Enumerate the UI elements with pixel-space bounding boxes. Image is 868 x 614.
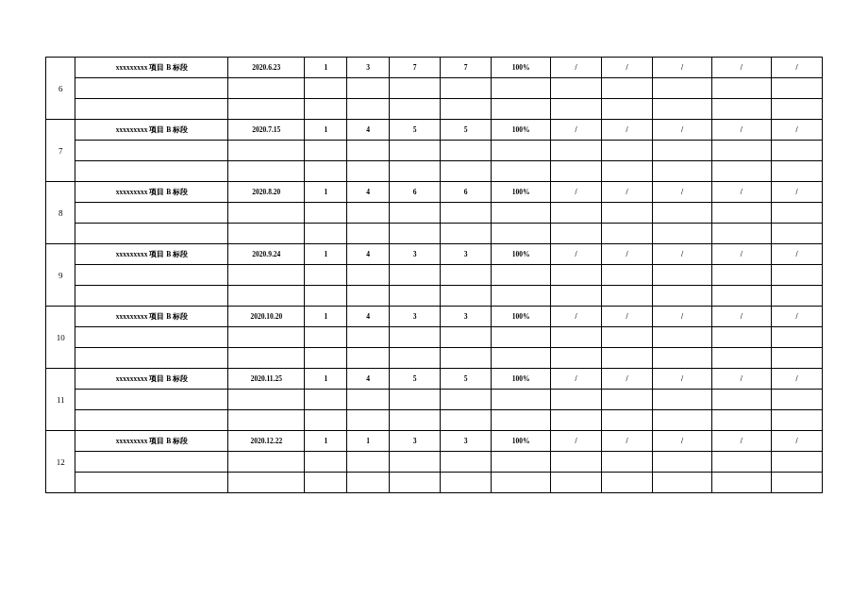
num-cell: 3 [441,244,492,265]
num-cell: 1 [305,120,347,141]
empty-cell [652,473,711,493]
empty-cell [492,161,551,182]
empty-cell [347,203,390,224]
empty-cell [228,348,305,369]
slash-cell: / [771,369,822,390]
empty-cell [551,348,602,369]
table-subrow [46,265,823,286]
table-subrow [46,286,823,307]
empty-cell [75,141,228,161]
num-cell: 3 [441,431,492,452]
empty-cell [75,348,228,369]
table-row: 11xxxxxxxxx 项目 B 标段2020.11.251455100%///… [46,369,823,390]
slash-cell: / [771,431,822,452]
row-index: 6 [46,58,75,120]
empty-cell [602,141,653,161]
empty-cell [711,452,771,473]
slash-cell: / [551,307,602,327]
empty-cell [652,286,711,307]
num-cell: 6 [390,182,441,203]
empty-cell [492,286,551,307]
date-cell: 2020.6.23 [228,58,305,78]
date-cell: 2020.11.25 [228,369,305,390]
num-cell: 1 [347,431,390,452]
empty-cell [771,224,822,244]
empty-cell [441,265,492,286]
num-cell: 4 [347,369,390,390]
empty-cell [492,452,551,473]
num-cell: 1 [305,307,347,327]
empty-cell [228,99,305,120]
empty-cell [305,141,347,161]
empty-cell [228,473,305,493]
empty-cell [347,473,390,493]
date-cell: 2020.10.20 [228,307,305,327]
slash-cell: / [711,369,771,390]
empty-cell [305,390,347,410]
empty-cell [711,99,771,120]
empty-cell [652,224,711,244]
empty-cell [305,203,347,224]
num-cell: 1 [305,58,347,78]
empty-cell [75,203,228,224]
slash-cell: / [711,120,771,141]
slash-cell: / [652,244,711,265]
empty-cell [228,203,305,224]
percent-cell: 100% [492,307,551,327]
project-name: xxxxxxxxx 项目 B 标段 [75,431,228,452]
empty-cell [347,224,390,244]
percent-cell: 100% [492,244,551,265]
num-cell: 5 [441,369,492,390]
empty-cell [228,224,305,244]
num-cell: 4 [347,307,390,327]
empty-cell [390,203,441,224]
empty-cell [441,141,492,161]
empty-cell [551,141,602,161]
empty-cell [228,265,305,286]
slash-cell: / [551,244,602,265]
empty-cell [441,348,492,369]
slash-cell: / [652,120,711,141]
table-row: 12xxxxxxxxx 项目 B 标段2020.12.221133100%///… [46,431,823,452]
empty-cell [711,141,771,161]
num-cell: 5 [441,120,492,141]
slash-cell: / [652,58,711,78]
num-cell: 6 [441,182,492,203]
num-cell: 7 [390,58,441,78]
empty-cell [347,286,390,307]
table-subrow [46,161,823,182]
slash-cell: / [551,431,602,452]
empty-cell [347,265,390,286]
empty-cell [602,410,653,431]
empty-cell [305,327,347,348]
empty-cell [390,410,441,431]
empty-cell [390,99,441,120]
empty-cell [441,452,492,473]
num-cell: 1 [305,431,347,452]
empty-cell [390,452,441,473]
empty-cell [492,327,551,348]
table-row: 10xxxxxxxxx 项目 B 标段2020.10.201433100%///… [46,307,823,327]
empty-cell [551,452,602,473]
empty-cell [492,410,551,431]
empty-cell [75,286,228,307]
empty-cell [390,161,441,182]
slash-cell: / [711,431,771,452]
table-row: 6xxxxxxxxx 项目 B 标段2020.6.231377100%///// [46,58,823,78]
empty-cell [228,452,305,473]
slash-cell: / [602,58,653,78]
empty-cell [75,390,228,410]
empty-cell [441,99,492,120]
empty-cell [711,348,771,369]
empty-cell [771,161,822,182]
empty-cell [441,473,492,493]
empty-cell [771,410,822,431]
empty-cell [602,390,653,410]
slash-cell: / [551,58,602,78]
empty-cell [441,410,492,431]
empty-cell [75,265,228,286]
empty-cell [441,161,492,182]
table-row: 8xxxxxxxxx 项目 B 标段2020.8.201466100%///// [46,182,823,203]
empty-cell [602,265,653,286]
slash-cell: / [711,58,771,78]
